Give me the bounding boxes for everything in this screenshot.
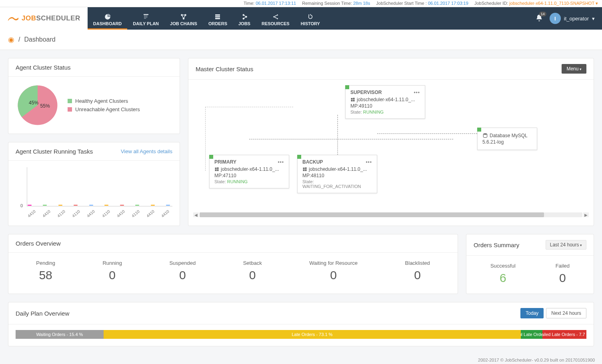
stat-successful[interactable]: Successful6 — [490, 263, 516, 285]
node-more-icon[interactable]: ••• — [414, 90, 420, 95]
dp-segment[interactable]: Waiting Orders - 15.4 % — [16, 330, 104, 339]
backup-node: BACKUP••• jobscheduler-x64-1.11.0_... MP… — [297, 155, 377, 193]
node-more-icon[interactable]: ••• — [278, 159, 284, 165]
orders-summary-card: Orders Summary Last 24 hours Successful6… — [466, 234, 594, 294]
summary-range-dropdown[interactable]: Last 24 hours — [546, 240, 586, 250]
stat-pending[interactable]: Pending58 — [36, 260, 55, 282]
daily-plan-card: Daily Plan Overview Today Next 24 hours … — [8, 302, 594, 346]
nav-job-chains[interactable]: JOB CHAINS — [164, 7, 203, 30]
svg-point-12 — [483, 133, 487, 135]
chevron-down-icon: ▾ — [592, 16, 595, 22]
daily-plan-bar: Waiting Orders - 15.4 %Late Orders - 73.… — [16, 330, 586, 339]
page-title: Dashboard — [24, 36, 55, 43]
supervisor-node: SUPERVISOR••• jobscheduler-x64-1.11.0_..… — [345, 85, 425, 119]
running-tasks-chart: 0 44104410411041104410411044104110441044… — [16, 167, 172, 219]
svg-point-6 — [273, 16, 274, 17]
scheduler-id-dropdown[interactable]: jobscheduler-x64-1.11.0_7110-SNAPSHOT ▾ — [509, 1, 598, 6]
svg-text:45%: 45% — [29, 100, 38, 106]
svg-text:55%: 55% — [40, 103, 50, 109]
breadcrumb: ◉ / Dashboard — [0, 30, 602, 50]
stat-failed[interactable]: Failed0 — [556, 263, 570, 285]
stat-suspended[interactable]: Suspended0 — [169, 260, 196, 282]
agent-pie-chart: 45% 55% — [16, 83, 60, 127]
nav-jobs[interactable]: JOBS — [233, 7, 256, 30]
dp-segment[interactable]: Late Orders - 73.1 % — [104, 330, 521, 339]
username: it_operator — [564, 16, 589, 22]
stat-blacklisted[interactable]: Blacklisted0 — [405, 260, 430, 282]
stat-setback[interactable]: Setback0 — [243, 260, 262, 282]
stat-running[interactable]: Running0 — [102, 260, 122, 282]
dp-segment[interactable]: Successful Late Orders - 3.8 % — [521, 330, 542, 339]
nav-daily-plan[interactable]: DAILY PLAN — [127, 7, 164, 30]
nav-resources[interactable]: RESOURCES — [256, 7, 295, 30]
dp-segment[interactable]: Failed Late Orders - 7.7 % — [542, 330, 586, 339]
nav-dashboard[interactable]: DASHBOARD — [88, 7, 128, 30]
cluster-menu-button[interactable]: Menu — [562, 64, 586, 74]
primary-node: PRIMARY••• jobscheduler-x64-1.11.0_... M… — [209, 155, 289, 188]
user-menu[interactable]: I it_operator ▾ — [550, 13, 595, 24]
orders-overview-card: Orders Overview Pending58Running0Suspend… — [8, 234, 458, 294]
info-bar: Time: 06.01.2017 17:13:11 Remaining Sess… — [0, 0, 602, 7]
today-button[interactable]: Today — [520, 308, 544, 318]
cluster-scrollbar[interactable]: ◀▶ — [193, 212, 589, 217]
notification-count: 14 — [539, 12, 546, 16]
pie-legend: Healthy Agent Clusters Unreachable Agent… — [68, 96, 140, 115]
svg-point-8 — [277, 18, 278, 19]
main-nav: DASHBOARDDAILY PLANJOB CHAINSORDERSJOBSR… — [88, 7, 602, 30]
svg-point-7 — [277, 14, 278, 16]
nav-history[interactable]: HISTORY — [295, 7, 326, 30]
next24-button[interactable]: Next 24 hours — [546, 308, 586, 318]
back-icon[interactable]: ◉ — [8, 35, 14, 44]
agent-status-card: Agent Cluster Status 45% 55% Healthy Age… — [8, 58, 180, 134]
footer: 2002-2017 © JobScheduler- v0.0.29 built … — [0, 354, 602, 364]
node-more-icon[interactable]: ••• — [366, 159, 372, 165]
master-cluster-card: Master Cluster Status Menu SUPERVISOR•••… — [188, 58, 594, 226]
avatar: I — [550, 13, 561, 24]
running-tasks-card: Agent Cluster Running Tasks View all Age… — [8, 142, 180, 226]
notifications-icon[interactable]: 14 — [535, 14, 543, 23]
nav-orders[interactable]: ORDERS — [203, 7, 233, 30]
logo[interactable]: JOBSCHEDULER — [0, 7, 88, 30]
stat-waiting-for-resource[interactable]: Waiting for Resource0 — [309, 260, 358, 282]
database-node: Database MySQL 5.6.21-log — [477, 128, 537, 150]
view-agents-link[interactable]: View all Agents details — [121, 148, 172, 154]
